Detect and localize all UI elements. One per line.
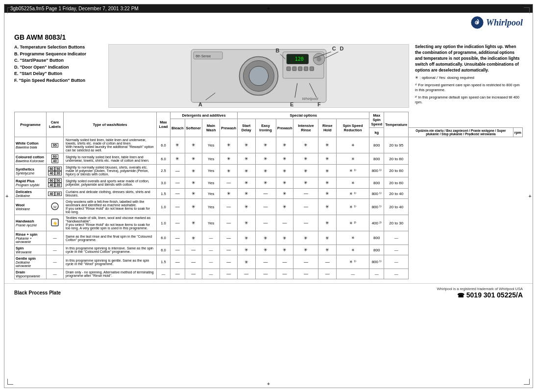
maxload-cell: 1.0 [157,199,171,215]
prewashopt-cell: ✳ [276,199,293,215]
description-right: Selecting any option the indication ligh… [415,44,523,108]
bleach-cell: — [171,269,185,279]
svg-rect-14 [304,67,308,71]
part-number: ☎ 5019 301 05225/A [437,291,523,299]
svg-line-21 [325,52,339,58]
intensiverinse-cell: — [293,255,318,269]
svg-rect-15 [310,67,314,71]
intensiverinse-cell: ✳ [293,137,318,153]
maxload-cell: 1.5 [157,189,171,199]
bottom-right: Whirlpool is a registered trademark of W… [437,287,523,299]
maxspin-cell: 800 ¹⁾ [369,189,384,199]
spinspeed-cell: ✳ [337,231,369,245]
maxspin-cell: 800 [369,245,384,255]
easyironing-cell: — [255,199,276,215]
startdelay-cell: ✳ [238,165,255,177]
prewashopt-cell: ✳ [276,137,293,153]
prewashopt-cell: ✳ [276,189,293,199]
temp-cell: — [384,269,409,279]
maxspin-cell: 800 [369,153,384,165]
spinspeed-cell: ✳ ¹⁾ [337,255,369,269]
svg-text:B: B [275,48,279,53]
desc-note3: ²⁾ In this programme default spin speed … [415,95,523,105]
temp-cell: 20 to 40 [384,189,409,199]
th-softener: Softener [185,119,202,137]
notes-cell: Same as the last rinse and the final spi… [64,231,157,245]
th-mainwash: Main Wash [202,119,220,137]
notes-cell: In this programme spinning is intensive.… [64,245,157,255]
th-sub-startdelay: Opóźnie-nie startu [415,129,443,132]
easyironing-cell: — [255,269,276,279]
prewash-cell: — [220,177,238,189]
diagram-area: 120 6th Sense Whirlpool [108,44,409,108]
table-body: White Cotton Bawełna biała 95 Normally s… [15,137,523,279]
temp-cell: 20 to 30 [384,215,409,231]
temp-cell: — [384,245,409,255]
maxload-cell: — [157,269,171,279]
mainwash-cell: Yes [202,189,220,199]
startdelay-cell: ✳ [238,245,255,255]
svg-text:W: W [53,205,57,209]
prog-name-cell: Delicates Delikatne [15,189,47,199]
easyironing-cell: ✳ [255,177,276,189]
prog-name-cell: Spin Wirowanie [15,245,47,255]
prewashopt-cell: — [276,215,293,231]
maxspin-cell: 800 [369,231,384,245]
maxspin-cell: — [369,269,384,279]
maxspin-cell: 800 ¹⁾ [369,255,384,269]
doc-title: GB AWM 8083/1 [14,33,523,41]
svg-rect-11 [287,67,291,71]
prewash-cell: — [220,269,238,279]
svg-point-10 [317,57,321,62]
maxspin-cell: 800 [369,137,384,153]
prewashopt-cell: ✳ [276,165,293,177]
svg-text:6th Sense: 6th Sense [195,54,211,58]
startdelay-cell: ✳ [238,215,255,231]
softener-cell: — [185,245,202,255]
prog-name-cell: Rapid Plus Program szybki [15,177,47,189]
prewash-cell: — [220,199,238,215]
prewashopt-cell: ✳ [276,153,293,165]
top-cross-mark: + [267,5,270,11]
prewash-cell: ✳ [220,137,238,153]
bleach-cell: ✳ [171,153,185,165]
maxspin-cell: 400 ²⁾ [369,215,384,231]
softener-cell: — [185,269,202,279]
softener-cell: ✳ [185,137,202,153]
legend-item-d: D. "Door Open" Indication [14,64,102,71]
prewashopt-cell: — [276,269,293,279]
care-label-cell: — [47,269,64,279]
svg-rect-13 [298,67,302,71]
prog-name-cell: Handwash Pranie ręczne [15,215,47,231]
page-outer: + + + + 3gb05225a.fm5 Page 1 Friday, Dec… [4,4,533,388]
th-maxspin-label: Max Spin Speed [369,112,384,128]
corner-tr [524,7,530,13]
programme-table: Programme Care Labels Type of wash/Notes… [14,112,523,279]
table-row: White Cotton Bawełna biała 95 Normally s… [15,137,523,153]
care-label-cell: — [47,255,64,269]
easyironing-cell: — [255,255,276,269]
legend-item-c: C. "Start/Pause" Button [14,57,102,64]
th-rpm: rpm [513,128,522,137]
table-row: Synthetics Syntetyczne 60504030 Slightly… [15,165,523,177]
top-section: A. Temperature Selection Buttons B. Prog… [14,44,523,108]
table-row: Rapid Plus Program szybki 60504030 Sligh… [15,177,523,189]
svg-text:D: D [340,46,343,51]
intensiverinse-cell: — [293,189,318,199]
bleach-cell: — [171,231,185,245]
prewash-cell: ✳ [220,189,238,199]
intensiverinse-cell: ✳ [293,153,318,165]
svg-text:F: F [317,101,321,107]
th-prewash: Prewash [220,119,238,137]
th-type: Type of wash/Notes [64,112,157,137]
intensiverinse-cell: ✳ [293,231,318,245]
main-content: GB AWM 8083/1 A. Temperature Selection B… [4,31,533,281]
bleach-cell: — [171,165,185,177]
rinsehold-cell: ✳ [318,165,337,177]
maxload-cell: 3.0 [157,177,171,189]
maxload-cell: 6.0 [157,231,171,245]
mainwash-cell: — [202,269,220,279]
temp-cell: — [384,255,409,269]
spinspeed-cell: ✳ [337,137,369,153]
th-care: Care Labels [47,112,64,137]
